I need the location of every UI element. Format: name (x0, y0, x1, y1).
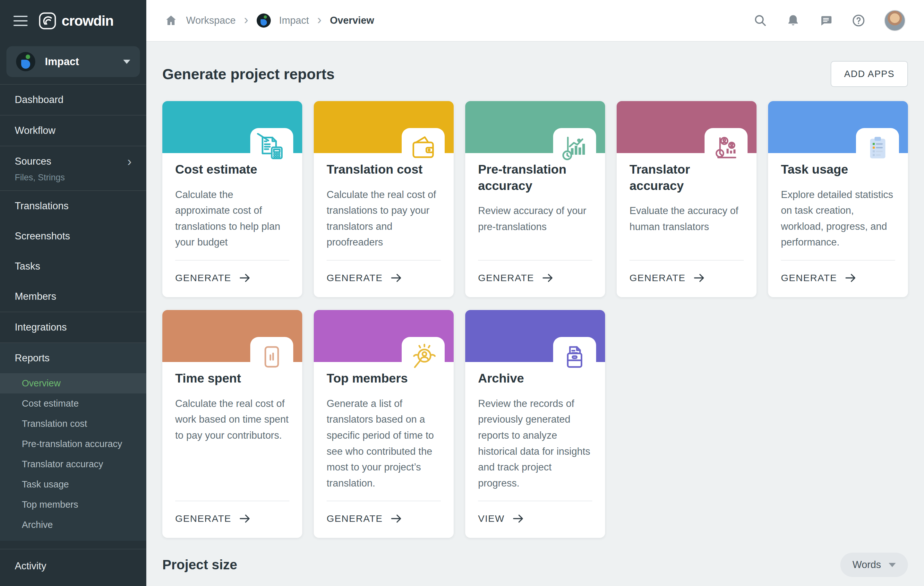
arrow-right-icon (390, 271, 403, 284)
sidebar-item-integrations[interactable]: Integrations (0, 312, 146, 342)
reports-subitem-cost-estimate[interactable]: Cost estimate (0, 393, 146, 414)
topbar: Workspace › Impact › Overview (146, 0, 924, 42)
card-description: Calculate the real cost of work based on… (175, 396, 289, 501)
arrow-right-icon (238, 512, 251, 525)
cost-estimate-generate-link[interactable]: GENERATE (175, 261, 289, 297)
messages-icon[interactable] (819, 13, 833, 28)
arrow-right-icon (541, 271, 554, 284)
card-title: Translation cost (327, 162, 432, 178)
page-title: Generate project reports (162, 66, 335, 83)
report-card-pre-translation-accuracy: Pre-translation accuracyReview accuracy … (465, 101, 605, 297)
sidebar-item-label: Reports (15, 352, 50, 364)
report-card-archive: ArchiveReview the records of previously … (465, 310, 605, 538)
arrow-right-icon (693, 271, 706, 284)
reports-subitem-archive[interactable]: Archive (0, 515, 146, 535)
search-icon[interactable] (753, 13, 767, 28)
sidebar-item-members[interactable]: Members (0, 281, 146, 312)
translation-cost-generate-link[interactable]: GENERATE (327, 261, 441, 297)
chevron-down-icon (123, 60, 130, 64)
reports-subitem-translator-accuracy[interactable]: Translator accuracy (0, 454, 146, 474)
time-card-icon (250, 337, 293, 362)
crowdin-logo[interactable]: crowdin (38, 12, 114, 30)
arrow-right-icon (390, 512, 403, 525)
project-avatar (16, 52, 35, 71)
pre-translation-accuracy-generate-link[interactable]: GENERATE (478, 261, 592, 297)
card-title: Pre-translation accuracy (478, 162, 584, 194)
reports-subitem-overview[interactable]: Overview (0, 373, 146, 393)
card-body: Translation costCalculate the real cost … (314, 153, 454, 297)
breadcrumb-workspace[interactable]: Workspace (186, 15, 236, 26)
breadcrumb-page: Overview (330, 15, 374, 26)
sidebar-item-translations[interactable]: Translations (0, 191, 146, 221)
sidebar-item-label: Translations (15, 200, 69, 212)
card-description: Explore detailed statistics on task crea… (781, 187, 895, 260)
card-header (314, 310, 454, 362)
sidebar-item-reports[interactable]: Reports (0, 343, 146, 373)
menu-toggle-icon[interactable] (13, 16, 28, 26)
crowdin-logo-icon (38, 12, 56, 30)
reports-subitem-translation-cost[interactable]: Translation cost (0, 414, 146, 434)
translator-accuracy-generate-link[interactable]: GENERATE (629, 261, 744, 297)
archive-view-link[interactable]: VIEW (478, 501, 592, 538)
card-title: Task usage (781, 162, 887, 178)
card-body: Time spentCalculate the real cost of wor… (162, 362, 302, 538)
content: Generate project reports ADD APPS Cost e… (146, 42, 924, 586)
card-footer: VIEW (478, 501, 592, 538)
card-action-label: GENERATE (327, 513, 383, 524)
user-avatar[interactable] (884, 10, 906, 31)
project-selector[interactable]: Impact (7, 46, 140, 77)
card-footer: GENERATE (327, 260, 441, 297)
reports-subitem-task-usage[interactable]: Task usage (0, 474, 146, 495)
card-body: Top membersGenerate a list of translator… (314, 362, 454, 538)
notifications-icon[interactable] (786, 13, 800, 28)
sidebar-item-tasks[interactable]: Tasks (0, 251, 146, 281)
card-description: Calculate the real cost of translations … (327, 187, 441, 260)
card-description: Generate a list of translators based on … (327, 396, 441, 501)
card-title: Translator accuracy (629, 162, 735, 194)
card-header (314, 101, 454, 153)
card-action-label: GENERATE (629, 272, 686, 283)
card-title: Cost estimate (175, 162, 281, 178)
card-footer: GENERATE (327, 501, 441, 538)
card-header (465, 310, 605, 362)
report-card-translator-accuracy: Translator accuracyEvaluate the accuracy… (617, 101, 757, 297)
top-members-generate-link[interactable]: GENERATE (327, 501, 441, 538)
sidebar-item-dashboard[interactable]: Dashboard (0, 85, 146, 115)
sidebar-item-label: Workflow (15, 125, 56, 136)
chevron-right-icon: › (244, 13, 248, 28)
sidebar-item-screenshots[interactable]: Screenshots (0, 221, 146, 251)
report-card-translation-cost: Translation costCalculate the real cost … (314, 101, 454, 297)
time-spent-generate-link[interactable]: GENERATE (175, 501, 289, 538)
report-cards-grid: Cost estimateCalculate the approximate c… (162, 101, 908, 538)
sidebar-item-activity[interactable]: Activity (0, 549, 146, 586)
chevron-right-icon: › (127, 158, 132, 165)
task-usage-generate-link[interactable]: GENERATE (781, 261, 895, 297)
card-header (465, 101, 605, 153)
add-apps-button[interactable]: ADD APPS (831, 61, 908, 87)
chevron-right-icon: › (317, 13, 322, 28)
report-card-cost-estimate: Cost estimateCalculate the approximate c… (162, 101, 302, 297)
section-title: Project size (162, 557, 237, 573)
report-card-task-usage: Task usageExplore detailed statistics on… (768, 101, 908, 297)
reports-subitem-top-members[interactable]: Top members (0, 495, 146, 515)
card-header (162, 101, 302, 153)
sidebar-item-workflow[interactable]: Workflow (0, 116, 146, 146)
reports-subitem-pre-translation-accuracy[interactable]: Pre-translation accuracy (0, 434, 146, 454)
card-title: Time spent (175, 370, 281, 387)
card-action-label: GENERATE (781, 272, 837, 283)
unit-selector[interactable]: Words (840, 553, 908, 577)
card-header (162, 310, 302, 362)
home-icon[interactable] (164, 14, 178, 27)
card-footer: GENERATE (175, 501, 289, 538)
breadcrumb-project[interactable]: Impact (279, 15, 309, 26)
people-chart-icon (705, 128, 747, 153)
card-header (617, 101, 757, 153)
sidebar-item-sources[interactable]: Sources› (0, 146, 146, 177)
help-icon[interactable] (851, 13, 866, 28)
sidebar-item-label: Integrations (15, 322, 67, 333)
card-action-label: GENERATE (175, 513, 231, 524)
main-area: Workspace › Impact › Overview (146, 0, 924, 586)
sidebar-item-sublabel: Files, Strings (0, 173, 146, 190)
card-footer: GENERATE (629, 260, 744, 297)
member-search-icon (402, 337, 445, 362)
